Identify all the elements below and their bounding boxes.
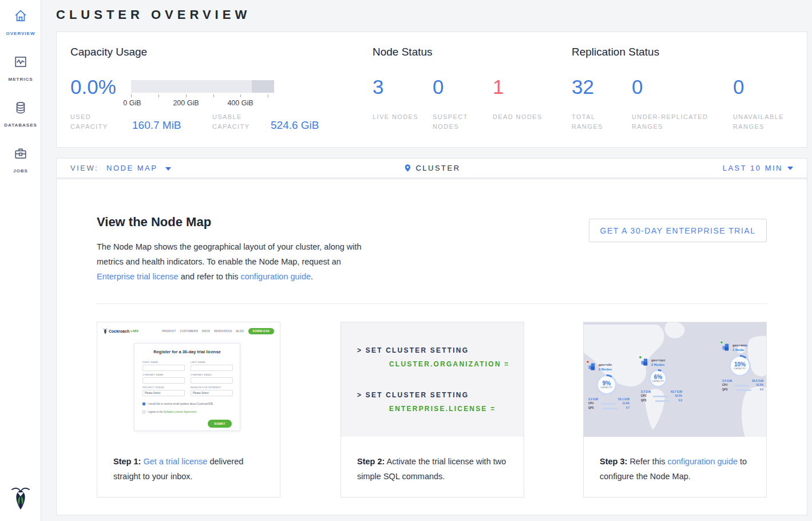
cockroach-labs-logo-icon	[103, 328, 108, 334]
preview-checkbox-license: I agree to the Software License Agreemen…	[142, 411, 197, 413]
sidebar-item-label: OVERVIEW	[6, 31, 35, 36]
qps-sparkline	[736, 389, 751, 391]
step2-caption: Step 2: Activate the trial license with …	[357, 454, 516, 484]
node-group-icon	[641, 358, 649, 366]
time-range-value: LAST 10 MIN	[723, 164, 783, 172]
sidebar-item-label: JOBS	[13, 168, 28, 173]
time-range-selector[interactable]: LAST 10 MIN	[723, 164, 793, 172]
tick-label-400: 400 GiB	[227, 99, 253, 107]
step2-label: Step 2:	[357, 457, 385, 466]
total-ranges-label: TOTAL RANGES	[572, 112, 623, 132]
locality-name: geo=nyc	[651, 358, 666, 362]
configuration-guide-link[interactable]: configuration guide	[667, 457, 738, 466]
view-label: VIEW:	[70, 164, 98, 172]
tick-label-200: 200 GiB	[173, 99, 199, 107]
locality-node-count: 2 Nodes	[599, 367, 612, 372]
preview-nav-item: PRODUCT	[162, 330, 176, 333]
used-capacity-value: 160.7 MiB	[132, 119, 181, 132]
sidebar-item-metrics[interactable]: METRICS	[0, 46, 41, 92]
step3-card: geo=sfo 2 Nodes 9%CAPACITY 3.2 GiB53.1 G…	[583, 322, 767, 498]
get-trial-license-link[interactable]: Get a trial license	[143, 457, 207, 466]
description-text: .	[311, 272, 313, 281]
used-capacity-label: USED CAPACITY	[70, 112, 118, 132]
database-icon	[13, 100, 29, 116]
preview-registration-form: Register for a 30-day trial license FIRS…	[134, 343, 240, 431]
sql-command: > SET CLUSTER SETTING	[357, 346, 469, 354]
qps-sparkline	[603, 408, 617, 409]
breadcrumb-cluster: CLUSTER	[415, 164, 460, 172]
chevron-down-icon	[165, 167, 171, 171]
preview-nav-item: RESOURCES	[214, 330, 232, 333]
sql-setting: CLUSTER.ORGANIZATION =	[389, 360, 510, 368]
qps-sparkline	[655, 400, 670, 402]
preview-field-project-phase: PROJECT PHASEPlease Select	[142, 384, 185, 396]
node-map-panel: View the Node Map The Node Map shows the…	[56, 179, 807, 515]
node-group-icon	[722, 343, 730, 351]
status-dot	[720, 341, 723, 344]
briefcase-icon	[13, 145, 29, 161]
capacity-gauge	[131, 80, 274, 93]
breadcrumb: CLUSTER	[403, 164, 460, 172]
unavailable-ranges-value: 0	[733, 76, 744, 98]
node-map-heading: View the Node Map	[97, 215, 211, 230]
locality-node-count: 1 Node	[732, 348, 747, 352]
step1-label: Step 1:	[113, 457, 141, 466]
preview-submit-button: SUBMIT	[208, 420, 232, 428]
capacity-ring-gauge: 6%CAPACITY	[649, 369, 667, 388]
preview-field-last-name: LAST NAME	[191, 358, 233, 371]
home-icon	[13, 8, 29, 24]
preview-checkbox-updates: I would like to receive email updates ab…	[142, 402, 213, 405]
sql-command: > SET CLUSTER SETTING	[357, 391, 469, 399]
sql-code-preview: > SET CLUSTER SETTING CLUSTER.ORGANIZATI…	[341, 322, 524, 437]
view-selector-value: NODE MAP	[106, 164, 157, 172]
preview-field-first-name: FIRST NAME	[142, 358, 185, 371]
replication-status-title: Replication Status	[572, 46, 659, 58]
sidebar-item-jobs[interactable]: JOBS	[0, 137, 41, 183]
step1-card: Cockroach LABS PRODUCT CUSTOMERS DOCS RE…	[97, 322, 280, 498]
configuration-guide-link[interactable]: configuration guide	[240, 272, 311, 281]
dead-nodes-value: 1	[493, 76, 504, 98]
total-ranges-value: 32	[572, 76, 594, 98]
preview-field-company-email: COMPANY EMAIL	[191, 371, 233, 384]
dead-nodes-label: DEAD NODES	[493, 112, 544, 122]
preview-license-link: Software License Agreement.	[164, 411, 197, 413]
unavailable-ranges-label: UNAVAILABLE RANGES	[733, 112, 796, 132]
description-text: and refer to this	[179, 272, 241, 281]
usable-capacity-value: 524.6 GiB	[271, 119, 319, 132]
tick-label-0: 0 GiB	[123, 99, 141, 107]
registration-site-preview: Cockroach LABS PRODUCT CUSTOMERS DOCS RE…	[97, 322, 280, 437]
locality-name: geo=sfo	[599, 362, 612, 367]
enterprise-trial-license-link[interactable]: Enterprise trial license	[97, 272, 179, 281]
sidebar-item-overview[interactable]: OVERVIEW	[0, 0, 41, 46]
capacity-ring-gauge: 9%CAPACITY	[596, 374, 617, 395]
preview-site-header: Cockroach LABS PRODUCT CUSTOMERS DOCS RE…	[103, 326, 274, 336]
capacity-gauge-segment	[252, 80, 274, 93]
preview-nav-item: BLOG	[236, 330, 244, 333]
sidebar-item-databases[interactable]: DATABASES	[0, 92, 41, 137]
divider	[97, 303, 767, 304]
capacity-usage-title: Capacity Usage	[70, 46, 147, 58]
status-dot	[639, 356, 642, 359]
under-replicated-ranges-value: 0	[632, 76, 643, 98]
capacity-gauge-ticks	[131, 94, 274, 98]
suspect-nodes-label: SUSPECT NODES	[433, 112, 484, 132]
locality-node-count: 2 Nodes	[651, 362, 666, 367]
description-text: The Node Map shows the geographical layo…	[97, 242, 362, 266]
locality-stats: 3.2 GiB53.1 GiB CPU11.0% QPS4.7	[588, 397, 629, 411]
capacity-ring-gauge: 10%CAPACITY	[729, 355, 751, 377]
map-badge-sfo: geo=sfo 2 Nodes 9%CAPACITY 3.2 GiB53.1 G…	[588, 362, 629, 411]
enterprise-trial-button[interactable]: GET A 30-DAY ENTERPRISE TRIAL	[589, 219, 767, 242]
step1-caption: Step 1: Get a trial license delivered st…	[113, 454, 272, 484]
suspect-nodes-value: 0	[433, 76, 443, 98]
sidebar-item-label: METRICS	[9, 77, 33, 82]
view-bar: VIEW: NODE MAP CLUSTER LAST 10 MIN	[56, 158, 807, 178]
sidebar: OVERVIEW METRICS DATABASES JOBS	[0, 0, 41, 521]
status-dot	[586, 360, 589, 364]
node-map-preview: geo=sfo 2 Nodes 9%CAPACITY 3.2 GiB53.1 G…	[584, 322, 766, 437]
page-title: CLUSTER OVERVIEW	[56, 7, 251, 22]
live-nodes-value: 3	[373, 76, 383, 98]
view-selector[interactable]: NODE MAP	[106, 164, 171, 172]
usable-capacity-label: USABLE CAPACITY	[212, 112, 260, 132]
map-badge-ams: geo=ams 1 Node 10%CAPACITY 3.6 GiB36.6 G…	[722, 343, 763, 392]
chevron-down-icon	[787, 167, 793, 170]
